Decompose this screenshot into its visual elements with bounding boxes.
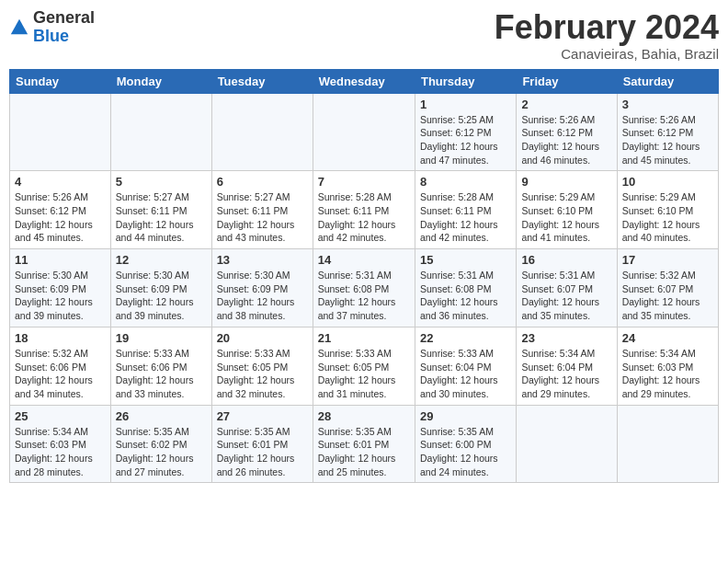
day-number: 9: [521, 175, 611, 189]
calendar-cell: 6Sunrise: 5:27 AMSunset: 6:11 PMDaylight…: [211, 171, 313, 249]
svg-marker-0: [11, 19, 28, 35]
calendar-cell: 22Sunrise: 5:33 AMSunset: 6:04 PMDayligh…: [415, 327, 516, 405]
calendar-cell: 17Sunrise: 5:32 AMSunset: 6:07 PMDayligh…: [617, 249, 718, 327]
weekday-header-tuesday: Tuesday: [211, 69, 313, 93]
calendar-table: SundayMondayTuesdayWednesdayThursdayFrid…: [9, 69, 719, 484]
calendar-week-row: 25Sunrise: 5:34 AMSunset: 6:03 PMDayligh…: [10, 405, 719, 483]
day-info: Sunrise: 5:30 AMSunset: 6:09 PMDaylight:…: [217, 269, 308, 323]
title-area: February 2024 Canavieiras, Bahia, Brazil: [495, 9, 719, 62]
logo: General Blue: [9, 9, 95, 46]
weekday-header-monday: Monday: [110, 69, 211, 93]
calendar-cell: 9Sunrise: 5:29 AMSunset: 6:10 PMDaylight…: [517, 171, 617, 249]
calendar-cell: [211, 93, 313, 171]
logo-icon: [9, 17, 29, 38]
day-number: 28: [318, 409, 410, 423]
calendar-cell: 21Sunrise: 5:33 AMSunset: 6:05 PMDayligh…: [313, 327, 415, 405]
day-number: 16: [521, 253, 611, 267]
calendar-cell: [110, 93, 211, 171]
calendar-cell: 3Sunrise: 5:26 AMSunset: 6:12 PMDaylight…: [617, 93, 718, 171]
day-info: Sunrise: 5:35 AMSunset: 6:02 PMDaylight:…: [116, 425, 207, 479]
day-info: Sunrise: 5:27 AMSunset: 6:11 PMDaylight:…: [116, 190, 207, 245]
month-year-title: February 2024: [495, 9, 719, 46]
day-number: 26: [116, 409, 207, 423]
day-info: Sunrise: 5:32 AMSunset: 6:06 PMDaylight:…: [15, 347, 106, 401]
day-info: Sunrise: 5:28 AMSunset: 6:11 PMDaylight:…: [318, 190, 410, 245]
page-header: General Blue February 2024 Canavieiras, …: [9, 9, 719, 62]
day-info: Sunrise: 5:26 AMSunset: 6:12 PMDaylight:…: [15, 190, 106, 245]
day-number: 15: [420, 253, 511, 267]
calendar-cell: 4Sunrise: 5:26 AMSunset: 6:12 PMDaylight…: [10, 171, 111, 249]
day-number: 24: [622, 331, 713, 345]
calendar-cell: 20Sunrise: 5:33 AMSunset: 6:05 PMDayligh…: [211, 327, 313, 405]
day-number: 22: [420, 331, 511, 345]
day-info: Sunrise: 5:29 AMSunset: 6:10 PMDaylight:…: [622, 190, 713, 245]
day-number: 7: [318, 175, 410, 189]
calendar-week-row: 4Sunrise: 5:26 AMSunset: 6:12 PMDaylight…: [10, 171, 719, 249]
day-info: Sunrise: 5:25 AMSunset: 6:12 PMDaylight:…: [420, 113, 511, 167]
calendar-cell: 26Sunrise: 5:35 AMSunset: 6:02 PMDayligh…: [110, 405, 211, 483]
calendar-week-row: 1Sunrise: 5:25 AMSunset: 6:12 PMDaylight…: [10, 93, 719, 171]
day-number: 5: [116, 175, 207, 189]
calendar-cell: 8Sunrise: 5:28 AMSunset: 6:11 PMDaylight…: [415, 171, 516, 249]
day-info: Sunrise: 5:33 AMSunset: 6:05 PMDaylight:…: [217, 347, 308, 401]
weekday-header-friday: Friday: [517, 69, 617, 93]
day-number: 14: [318, 253, 410, 267]
calendar-cell: 19Sunrise: 5:33 AMSunset: 6:06 PMDayligh…: [110, 327, 211, 405]
calendar-cell: 7Sunrise: 5:28 AMSunset: 6:11 PMDaylight…: [313, 171, 415, 249]
day-number: 29: [420, 409, 511, 423]
weekday-header-thursday: Thursday: [415, 69, 516, 93]
day-number: 27: [217, 409, 308, 423]
calendar-cell: 11Sunrise: 5:30 AMSunset: 6:09 PMDayligh…: [10, 249, 111, 327]
day-number: 25: [15, 409, 106, 423]
day-info: Sunrise: 5:29 AMSunset: 6:10 PMDaylight:…: [521, 190, 611, 245]
day-number: 11: [15, 253, 106, 267]
calendar-cell: 15Sunrise: 5:31 AMSunset: 6:08 PMDayligh…: [415, 249, 516, 327]
weekday-header-row: SundayMondayTuesdayWednesdayThursdayFrid…: [10, 69, 719, 93]
day-number: 18: [15, 331, 106, 345]
calendar-cell: 24Sunrise: 5:34 AMSunset: 6:03 PMDayligh…: [617, 327, 718, 405]
day-info: Sunrise: 5:27 AMSunset: 6:11 PMDaylight:…: [217, 190, 308, 245]
day-number: 12: [116, 253, 207, 267]
calendar-cell: [313, 93, 415, 171]
day-info: Sunrise: 5:28 AMSunset: 6:11 PMDaylight:…: [420, 190, 511, 245]
day-info: Sunrise: 5:34 AMSunset: 6:03 PMDaylight:…: [622, 347, 713, 401]
calendar-cell: 2Sunrise: 5:26 AMSunset: 6:12 PMDaylight…: [517, 93, 617, 171]
day-info: Sunrise: 5:31 AMSunset: 6:07 PMDaylight:…: [521, 269, 611, 323]
weekday-header-saturday: Saturday: [617, 69, 718, 93]
calendar-week-row: 18Sunrise: 5:32 AMSunset: 6:06 PMDayligh…: [10, 327, 719, 405]
day-number: 8: [420, 175, 511, 189]
calendar-cell: [517, 405, 617, 483]
day-number: 4: [15, 175, 106, 189]
day-info: Sunrise: 5:33 AMSunset: 6:06 PMDaylight:…: [116, 347, 207, 401]
day-number: 10: [622, 175, 713, 189]
day-number: 1: [420, 98, 511, 111]
calendar-cell: 14Sunrise: 5:31 AMSunset: 6:08 PMDayligh…: [313, 249, 415, 327]
day-info: Sunrise: 5:30 AMSunset: 6:09 PMDaylight:…: [116, 269, 207, 323]
day-number: 19: [116, 331, 207, 345]
day-info: Sunrise: 5:30 AMSunset: 6:09 PMDaylight:…: [15, 269, 106, 323]
day-info: Sunrise: 5:33 AMSunset: 6:04 PMDaylight:…: [420, 347, 511, 401]
calendar-cell: 13Sunrise: 5:30 AMSunset: 6:09 PMDayligh…: [211, 249, 313, 327]
day-number: 20: [217, 331, 308, 345]
calendar-cell: 27Sunrise: 5:35 AMSunset: 6:01 PMDayligh…: [211, 405, 313, 483]
calendar-cell: 10Sunrise: 5:29 AMSunset: 6:10 PMDayligh…: [617, 171, 718, 249]
day-number: 3: [622, 98, 713, 111]
day-info: Sunrise: 5:26 AMSunset: 6:12 PMDaylight:…: [521, 113, 611, 167]
calendar-cell: 12Sunrise: 5:30 AMSunset: 6:09 PMDayligh…: [110, 249, 211, 327]
weekday-header-sunday: Sunday: [10, 69, 111, 93]
day-number: 17: [622, 253, 713, 267]
calendar-cell: 5Sunrise: 5:27 AMSunset: 6:11 PMDaylight…: [110, 171, 211, 249]
day-number: 6: [217, 175, 308, 189]
calendar-cell: 25Sunrise: 5:34 AMSunset: 6:03 PMDayligh…: [10, 405, 111, 483]
calendar-cell: 28Sunrise: 5:35 AMSunset: 6:01 PMDayligh…: [313, 405, 415, 483]
day-info: Sunrise: 5:31 AMSunset: 6:08 PMDaylight:…: [318, 269, 410, 323]
day-info: Sunrise: 5:34 AMSunset: 6:03 PMDaylight:…: [15, 425, 106, 479]
calendar-cell: [617, 405, 718, 483]
day-number: 21: [318, 331, 410, 345]
calendar-cell: 18Sunrise: 5:32 AMSunset: 6:06 PMDayligh…: [10, 327, 111, 405]
day-info: Sunrise: 5:35 AMSunset: 6:00 PMDaylight:…: [420, 425, 511, 479]
logo-text: General Blue: [33, 9, 95, 46]
location-subtitle: Canavieiras, Bahia, Brazil: [495, 46, 719, 62]
calendar-cell: 29Sunrise: 5:35 AMSunset: 6:00 PMDayligh…: [415, 405, 516, 483]
calendar-cell: [10, 93, 111, 171]
